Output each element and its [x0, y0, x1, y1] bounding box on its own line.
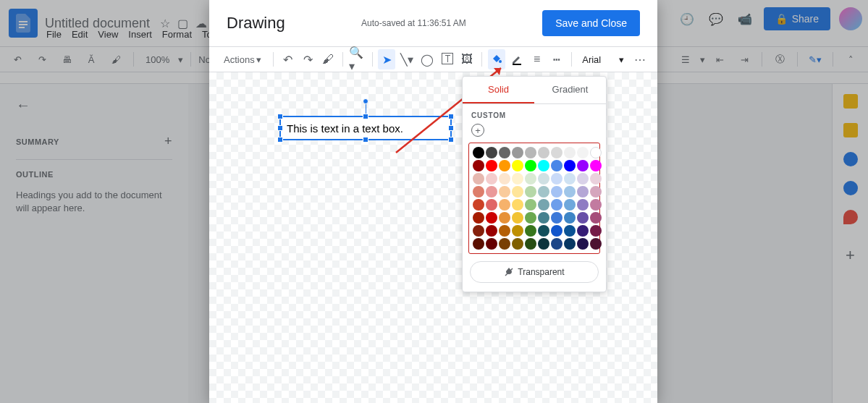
color-swatch[interactable]	[590, 186, 602, 198]
redo-icon[interactable]: ↷	[299, 49, 316, 69]
zoom-icon[interactable]: 🔍▾	[349, 49, 366, 69]
color-swatch[interactable]	[486, 147, 497, 158]
transparent-button[interactable]: Transparent	[470, 261, 599, 283]
select-tool-icon[interactable]: ➤	[378, 49, 395, 69]
color-swatch[interactable]	[512, 160, 523, 171]
color-swatch[interactable]	[499, 173, 510, 184]
color-swatch[interactable]	[473, 147, 484, 158]
undo-icon[interactable]: ↶	[279, 49, 296, 69]
color-swatch[interactable]	[499, 212, 510, 224]
color-swatch[interactable]	[486, 160, 497, 171]
color-swatch[interactable]	[486, 225, 497, 237]
resize-handle[interactable]	[448, 125, 454, 131]
color-swatch[interactable]	[564, 186, 576, 198]
add-custom-color-icon[interactable]: +	[471, 124, 484, 137]
save-and-close-button[interactable]: Save and Close	[542, 10, 640, 36]
color-swatch[interactable]	[473, 212, 484, 224]
color-swatch[interactable]	[486, 199, 497, 211]
color-swatch[interactable]	[538, 238, 549, 250]
color-swatch[interactable]	[551, 199, 562, 211]
tab-solid[interactable]: Solid	[463, 77, 534, 103]
color-swatch[interactable]	[577, 147, 589, 158]
color-swatch[interactable]	[512, 238, 523, 250]
actions-menu[interactable]: Actions▾	[218, 51, 267, 68]
color-swatch[interactable]	[486, 238, 497, 250]
color-swatch[interactable]	[551, 160, 562, 171]
color-swatch[interactable]	[499, 186, 510, 198]
color-swatch[interactable]	[590, 199, 602, 211]
color-swatch[interactable]	[577, 199, 589, 211]
color-swatch[interactable]	[577, 212, 589, 224]
color-swatch[interactable]	[499, 199, 510, 211]
color-swatch[interactable]	[473, 186, 484, 198]
border-color-icon[interactable]	[508, 49, 526, 69]
color-swatch[interactable]	[525, 212, 536, 224]
color-swatch[interactable]	[564, 199, 576, 211]
color-swatch[interactable]	[564, 225, 576, 237]
color-swatch[interactable]	[538, 212, 549, 224]
color-swatch[interactable]	[525, 225, 536, 237]
color-swatch[interactable]	[551, 186, 562, 198]
resize-handle[interactable]	[277, 114, 283, 119]
color-swatch[interactable]	[577, 186, 589, 198]
resize-handle[interactable]	[277, 125, 283, 131]
paint-format-icon[interactable]: 🖌	[319, 49, 337, 69]
fill-color-icon[interactable]	[488, 49, 505, 69]
color-swatch[interactable]	[590, 238, 602, 250]
resize-handle[interactable]	[448, 114, 454, 119]
color-swatch[interactable]	[564, 238, 576, 250]
color-swatch[interactable]	[499, 225, 510, 237]
color-swatch[interactable]	[512, 147, 523, 158]
color-swatch[interactable]	[512, 186, 523, 198]
resize-handle[interactable]	[448, 137, 454, 143]
color-swatch[interactable]	[577, 160, 589, 171]
rotate-handle[interactable]	[363, 98, 368, 104]
color-swatch[interactable]	[525, 238, 536, 250]
color-swatch[interactable]	[590, 160, 602, 171]
color-swatch[interactable]	[577, 225, 589, 237]
color-swatch[interactable]	[564, 173, 576, 184]
color-swatch[interactable]	[551, 147, 562, 158]
resize-handle[interactable]	[277, 137, 283, 143]
color-swatch[interactable]	[473, 199, 484, 211]
color-swatch[interactable]	[486, 212, 497, 224]
color-swatch[interactable]	[538, 173, 549, 184]
color-swatch[interactable]	[499, 160, 510, 171]
tab-gradient[interactable]: Gradient	[534, 77, 606, 103]
color-swatch[interactable]	[525, 199, 536, 211]
color-swatch[interactable]	[564, 160, 576, 171]
color-swatch[interactable]	[551, 173, 562, 184]
color-swatch[interactable]	[538, 186, 549, 198]
color-swatch[interactable]	[525, 186, 536, 198]
color-swatch[interactable]	[590, 147, 602, 158]
shape-tool-icon[interactable]: ◯	[418, 49, 436, 69]
drawing-canvas[interactable]: This is text in a text box. Solid Gradie…	[209, 72, 657, 403]
border-weight-icon[interactable]: ≡	[528, 49, 546, 69]
color-swatch[interactable]	[473, 238, 484, 250]
color-swatch[interactable]	[590, 225, 602, 237]
color-swatch[interactable]	[499, 238, 510, 250]
image-tool-icon[interactable]: 🖼	[459, 49, 476, 69]
resize-handle[interactable]	[363, 114, 368, 119]
color-swatch[interactable]	[551, 225, 562, 237]
color-swatch[interactable]	[590, 212, 602, 224]
border-dash-icon[interactable]: ┅	[549, 49, 566, 69]
color-swatch[interactable]	[525, 147, 536, 158]
color-swatch[interactable]	[538, 147, 549, 158]
color-swatch[interactable]	[486, 186, 497, 198]
color-swatch[interactable]	[538, 225, 549, 237]
textbox-tool-icon[interactable]: 🅃	[439, 49, 456, 69]
color-swatch[interactable]	[512, 212, 523, 224]
color-swatch[interactable]	[512, 199, 523, 211]
color-swatch[interactable]	[473, 173, 484, 184]
color-swatch[interactable]	[512, 225, 523, 237]
color-swatch[interactable]	[525, 160, 536, 171]
color-swatch[interactable]	[473, 225, 484, 237]
font-select[interactable]: Arial▾	[578, 53, 628, 67]
color-swatch[interactable]	[577, 238, 589, 250]
color-swatch[interactable]	[538, 160, 549, 171]
color-swatch[interactable]	[564, 147, 576, 158]
color-swatch[interactable]	[551, 238, 562, 250]
color-swatch[interactable]	[590, 173, 602, 184]
color-swatch[interactable]	[512, 173, 523, 184]
